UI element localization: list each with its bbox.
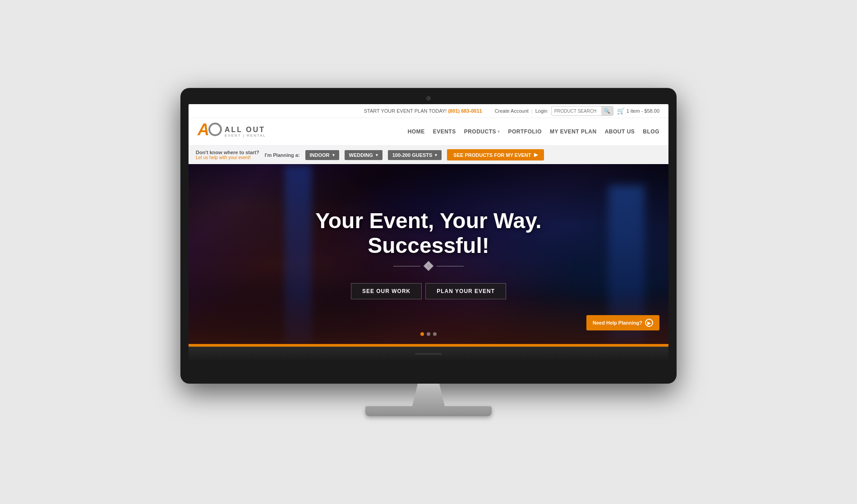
see-products-label: SEE PRODUCTS FOR MY EVENT <box>453 152 531 158</box>
venue-dropdown[interactable]: INDOOR ▾ <box>305 150 339 160</box>
hero-headline-line1: Your Event, Your Way. <box>315 208 541 233</box>
nav-portfolio[interactable]: PORTFOLIO <box>508 128 542 135</box>
see-products-arrow: ▶ <box>534 152 538 158</box>
monitor-stand-base <box>365 406 492 416</box>
hero-headline: Your Event, Your Way. Successful! <box>315 208 541 258</box>
planning-bar: Don't know where to start? Let us help w… <box>189 146 668 164</box>
monitor-frame: START YOUR EVENT PLAN TODAY! (801) 683-0… <box>180 88 677 384</box>
header-top-bar: START YOUR EVENT PLAN TODAY! (801) 683-0… <box>189 104 668 118</box>
help-planning-circle: ▶ <box>645 319 653 327</box>
hero-slider-dots <box>420 332 437 336</box>
main-nav: HOME EVENTS PRODUCTS ▾ PORTFOLIO MY EVEN… <box>408 128 659 135</box>
logo-line1: ALL OUT <box>225 126 266 133</box>
nav-my-event-plan[interactable]: MY EVENT PLAN <box>550 128 597 135</box>
nav-products-label: PRODUCTS <box>464 128 496 135</box>
monitor-bezel-bottom <box>189 347 668 361</box>
logo-letter-a: A <box>198 122 209 138</box>
hero-content: Your Event, Your Way. Successful! SEE OU… <box>189 146 668 344</box>
guests-arrow: ▾ <box>435 153 437 157</box>
logo-text: ALL OUT EVENT | RENTAL <box>225 126 266 137</box>
planning-help-title: Don't know where to start? <box>196 150 259 155</box>
help-planning-label: Need Help Planning? <box>593 320 642 325</box>
guests-dropdown[interactable]: 100-200 GUESTS ▾ <box>388 150 442 160</box>
separator: | <box>531 108 533 114</box>
create-account-link[interactable]: Create Account <box>495 108 529 114</box>
planning-label: I'm Planning a: <box>265 152 300 158</box>
nav-home[interactable]: HOME <box>408 128 425 135</box>
monitor-screen: START YOUR EVENT PLAN TODAY! (801) 683-0… <box>189 104 668 347</box>
login-link[interactable]: Login <box>535 108 548 114</box>
monitor-wrapper: START YOUR EVENT PLAN TODAY! (801) 683-0… <box>180 88 677 416</box>
header-links: Create Account | Login <box>495 108 548 114</box>
help-planning-icon: ▶ <box>647 321 651 325</box>
divider-line-right <box>437 266 464 266</box>
event-type-dropdown[interactable]: WEDDING ▾ <box>345 150 382 160</box>
search-button[interactable]: 🔍 <box>601 106 613 115</box>
monitor-logo-strip <box>415 353 442 355</box>
cart-info[interactable]: 🛒 1 item - $58.00 <box>617 107 659 115</box>
logo-line2: EVENT | RENTAL <box>225 133 266 137</box>
planning-help: Don't know where to start? Let us help w… <box>196 150 259 160</box>
plan-your-event-button[interactable]: PLAN YOUR EVENT <box>425 283 506 299</box>
venue-dropdown-arrow: ▾ <box>332 153 335 157</box>
search-bar: 🔍 <box>551 106 613 116</box>
divider-diamond <box>424 261 434 271</box>
see-products-button[interactable]: SEE PRODUCTS FOR MY EVENT ▶ <box>447 149 544 160</box>
cart-label: 1 item - $58.00 <box>627 108 659 114</box>
nav-blog[interactable]: BLOG <box>643 128 659 135</box>
nav-products[interactable]: PRODUCTS ▾ <box>464 128 500 135</box>
slider-dot-2[interactable] <box>427 332 430 336</box>
divider-line-left <box>393 266 420 266</box>
venue-dropdown-label: INDOOR <box>310 152 330 158</box>
cta-text: START YOUR EVENT PLAN TODAY! (801) 683-0… <box>364 108 482 114</box>
help-planning-button[interactable]: Need Help Planning? ▶ <box>586 315 659 330</box>
hero-headline-line2: Successful! <box>315 233 541 258</box>
logo-icon: A <box>198 122 222 142</box>
event-type-label: WEDDING <box>349 152 373 158</box>
hero-section: Don't know where to start? Let us help w… <box>189 146 668 344</box>
guests-label: 100-200 GUESTS <box>392 152 433 158</box>
see-our-work-button[interactable]: SEE OUR WORK <box>351 283 422 299</box>
search-input[interactable] <box>552 108 601 115</box>
logo-letter-o <box>208 123 222 136</box>
products-dropdown-arrow: ▾ <box>498 129 500 134</box>
slider-dot-1[interactable] <box>420 332 424 336</box>
nav-about-us[interactable]: ABOUT US <box>605 128 635 135</box>
hero-divider <box>393 262 464 270</box>
header-main: A ALL OUT EVENT | RENTAL HOME EVENTS PRO… <box>189 118 668 146</box>
nav-events[interactable]: EVENTS <box>433 128 456 135</box>
monitor-camera <box>426 96 431 101</box>
cart-icon: 🛒 <box>617 107 625 115</box>
slider-dot-3[interactable] <box>433 332 437 336</box>
event-type-arrow: ▾ <box>376 153 378 157</box>
orange-bottom-bar <box>189 344 668 347</box>
hero-cta-buttons: SEE OUR WORK PLAN YOUR EVENT <box>351 283 506 299</box>
logo-area[interactable]: A ALL OUT EVENT | RENTAL <box>198 122 266 142</box>
phone-number[interactable]: (801) 683-0011 <box>448 108 482 114</box>
monitor-stand-neck <box>401 384 456 406</box>
cta-label: START YOUR EVENT PLAN TODAY! <box>364 108 447 114</box>
planning-help-sub[interactable]: Let us help with your event! <box>196 155 259 160</box>
